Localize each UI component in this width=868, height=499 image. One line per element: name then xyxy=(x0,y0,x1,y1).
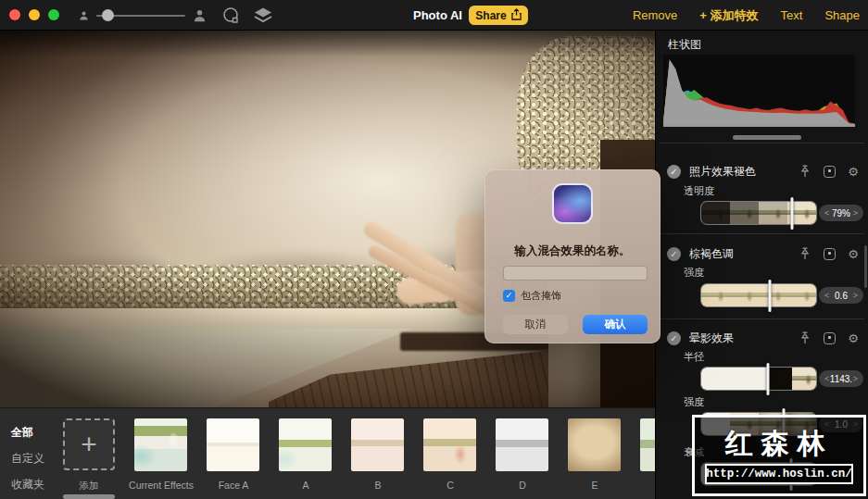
app-title: Photo AI xyxy=(413,8,462,22)
divider xyxy=(660,318,864,319)
histogram-title: 柱状图 xyxy=(668,37,701,53)
category-all[interactable]: 全部 xyxy=(11,425,33,441)
effect-section-fade-header: ✓ 照片效果褪色 ⚙ xyxy=(667,163,859,180)
include-mask-label: 包含掩饰 xyxy=(521,289,561,303)
window-controls xyxy=(9,9,59,20)
plus-icon: + xyxy=(81,429,97,459)
slider-handle[interactable] xyxy=(766,363,769,395)
pin-icon[interactable] xyxy=(799,331,811,344)
effect-thumb-partial[interactable] xyxy=(640,418,655,471)
zoom-slider[interactable] xyxy=(96,15,185,17)
add-effect-label: 添加 xyxy=(52,480,126,493)
effect-thumb-current[interactable] xyxy=(134,418,187,471)
text-button[interactable]: Text xyxy=(781,8,803,22)
section-actions: ⚙ xyxy=(799,247,859,260)
pin-icon[interactable] xyxy=(799,165,811,178)
zoom-control xyxy=(79,0,273,31)
filmstrip-scrollbar[interactable] xyxy=(63,494,115,499)
effect-thumb-label: B xyxy=(341,480,415,491)
sepia-enabled-checkbox[interactable]: ✓ xyxy=(667,247,681,261)
effect-thumb-a[interactable] xyxy=(279,418,332,471)
stepper-decrease[interactable]: < xyxy=(824,208,829,218)
stepper-decrease[interactable]: < xyxy=(824,374,829,383)
shape-button[interactable]: Shape xyxy=(824,8,860,22)
effect-thumb-label: A xyxy=(269,480,343,491)
opacity-label: 透明度 xyxy=(684,184,714,198)
histogram-scrollbar[interactable] xyxy=(733,135,801,140)
slider-track xyxy=(701,284,816,306)
add-effect-tile[interactable]: + xyxy=(63,418,115,470)
stepper-value: 0.6 xyxy=(835,291,848,301)
share-button[interactable]: Share xyxy=(469,6,528,25)
slider-track xyxy=(701,202,816,224)
stepper-value: 79% xyxy=(832,208,850,218)
minimize-window-button[interactable] xyxy=(29,9,40,20)
histogram-chart xyxy=(663,55,855,127)
mask-thumbnail-icon[interactable] xyxy=(824,166,836,178)
layers-icon[interactable] xyxy=(253,6,273,24)
zoom-in-person-icon xyxy=(193,8,207,23)
toolbar: Photo AI Share Remove + 添加特效 Text Shape xyxy=(0,0,868,31)
slider-handle[interactable] xyxy=(790,197,793,230)
app-icon xyxy=(552,183,593,224)
vignette-radius-slider[interactable] xyxy=(700,367,817,391)
mask-thumbnail-icon[interactable] xyxy=(824,332,836,344)
zoom-out-person-icon xyxy=(79,10,89,21)
shape-mask-icon[interactable] xyxy=(221,6,240,25)
category-favorites[interactable]: 收藏夹 xyxy=(11,477,44,493)
section-actions: ⚙ xyxy=(799,331,859,344)
pin-icon[interactable] xyxy=(799,247,811,260)
fade-section-title: 照片效果褪色 xyxy=(689,164,799,180)
effect-name-input[interactable] xyxy=(503,266,648,281)
stepper-increase[interactable]: > xyxy=(853,208,858,218)
cancel-button[interactable]: 取消 xyxy=(503,315,568,334)
share-button-label: Share xyxy=(475,9,506,22)
effect-thumb-label: Face A xyxy=(196,480,270,491)
effect-thumb-e[interactable] xyxy=(568,418,621,471)
add-effects-button[interactable]: + 添加特效 xyxy=(699,7,758,24)
stepper-increase[interactable]: > xyxy=(853,374,858,383)
stepper-value: 1143. xyxy=(830,374,852,384)
save-blend-effect-dialog: 输入混合效果的名称。 ✓ 包含掩饰 取消 确认 xyxy=(484,169,660,343)
effect-thumb-d[interactable] xyxy=(496,418,548,471)
check-icon: ✓ xyxy=(670,249,677,259)
remove-button[interactable]: Remove xyxy=(633,8,677,22)
effect-thumb-b[interactable] xyxy=(351,418,404,471)
slider-handle[interactable] xyxy=(769,280,772,312)
opacity-stepper[interactable]: < 79% > xyxy=(819,205,863,221)
close-window-button[interactable] xyxy=(9,9,20,20)
sepia-strength-slider[interactable] xyxy=(700,283,817,307)
effect-section-sepia-header: ✓ 棕褐色调 ⚙ xyxy=(667,245,859,262)
share-icon xyxy=(511,8,522,23)
stepper-decrease[interactable]: < xyxy=(824,291,829,300)
watermark-url-box: http://www.hoslin.cn/ xyxy=(705,464,853,484)
vignette-radius-stepper[interactable]: < 1143. > xyxy=(819,370,863,387)
vignette-enabled-checkbox[interactable]: ✓ xyxy=(667,331,681,345)
opacity-slider[interactable] xyxy=(700,201,817,225)
sepia-section-title: 棕褐色调 xyxy=(689,246,799,262)
confirm-button[interactable]: 确认 xyxy=(583,315,648,334)
vignette-section-title: 晕影效果 xyxy=(689,331,799,346)
effect-thumb-label: D xyxy=(485,480,560,491)
effect-thumb-label: C xyxy=(413,480,487,491)
sepia-strength-stepper[interactable]: < 0.6 > xyxy=(819,287,863,304)
sepia-strength-label: 强度 xyxy=(684,266,704,280)
fade-enabled-checkbox[interactable]: ✓ xyxy=(667,165,681,179)
gear-icon[interactable]: ⚙ xyxy=(848,248,859,260)
panel-scrollbar[interactable] xyxy=(864,245,867,288)
vignette-strength-label: 强度 xyxy=(684,395,704,409)
zoom-slider-knob[interactable] xyxy=(102,9,114,21)
include-mask-checkbox[interactable]: ✓ xyxy=(503,290,515,302)
fullscreen-window-button[interactable] xyxy=(48,9,59,20)
dialog-title: 输入混合效果的名称。 xyxy=(484,243,660,259)
effect-thumb-c[interactable] xyxy=(423,418,476,471)
gear-icon[interactable]: ⚙ xyxy=(848,166,859,178)
stepper-increase[interactable]: > xyxy=(853,291,858,300)
effect-thumb-face-a[interactable] xyxy=(207,418,259,471)
watermark: 红森林 http://www.hoslin.cn/ xyxy=(692,415,866,496)
check-icon: ✓ xyxy=(506,291,513,300)
gear-icon[interactable]: ⚙ xyxy=(848,332,859,344)
category-custom[interactable]: 自定义 xyxy=(11,451,44,467)
mask-thumbnail-icon[interactable] xyxy=(824,248,836,260)
effect-section-vignette-header: ✓ 晕影效果 ⚙ xyxy=(667,330,859,346)
